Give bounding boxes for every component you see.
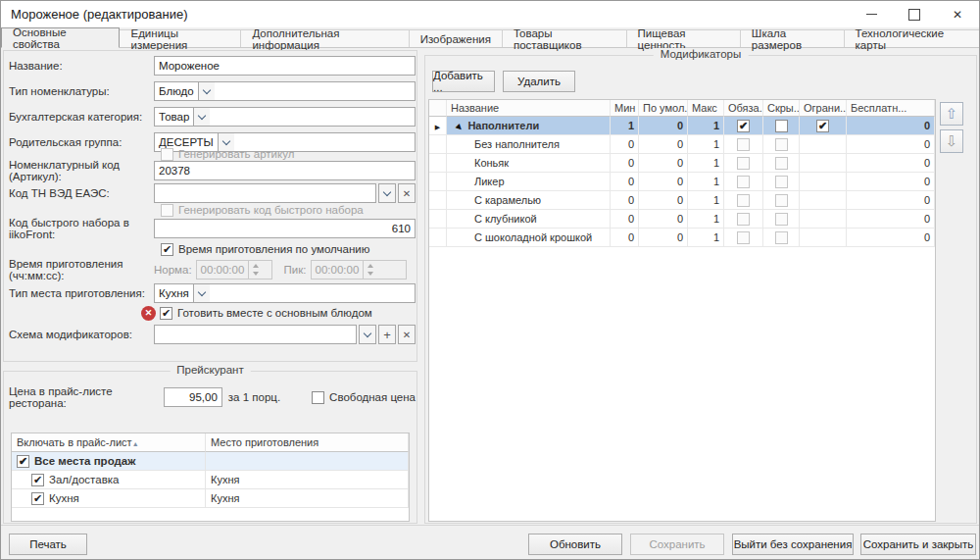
hidden-checkbox[interactable]: [775, 213, 788, 226]
article-code-input[interactable]: 20378: [154, 161, 416, 180]
modifier-row[interactable]: Ликер 0 0 1 0: [429, 173, 935, 191]
hidden-checkbox[interactable]: [775, 138, 788, 151]
cook-with-main-label: Готовить вместе с основным блюдом: [177, 307, 372, 319]
peak-time-input: 00:00:00: [311, 260, 407, 280]
window-title: Мороженое (редактирование): [1, 7, 188, 22]
cook-with-main-checkbox[interactable]: [160, 307, 172, 320]
tab-units[interactable]: Единицы измерения: [119, 29, 241, 47]
move-up-button[interactable]: [940, 102, 963, 126]
error-icon: [141, 306, 156, 321]
column-limited-header[interactable]: Ограни...: [800, 100, 847, 117]
table-row[interactable]: Зал/доставка Кухня: [12, 471, 409, 489]
tnved-dropdown-button[interactable]: [378, 183, 396, 203]
tab-additional-info[interactable]: Дополнительная информация: [240, 29, 409, 47]
accounting-category-select[interactable]: Товар: [154, 107, 416, 127]
generate-quick-code-label: Генерировать код быстрого набора: [178, 204, 364, 216]
required-checkbox[interactable]: [737, 157, 750, 170]
free-price-checkbox[interactable]: [312, 391, 324, 404]
chevron-down-icon[interactable]: [193, 284, 210, 302]
cook-place-type-select[interactable]: Кухня: [154, 283, 416, 303]
pricelist-table: Включать в прайс-лист Место приготовлени…: [11, 433, 410, 522]
row-checkbox[interactable]: [31, 492, 44, 505]
hidden-checkbox[interactable]: [775, 120, 788, 132]
modifier-row[interactable]: С карамелью 0 0 1 0: [429, 191, 935, 210]
expand-icon[interactable]: [457, 120, 462, 131]
tab-supplier-goods[interactable]: Товары поставщиков: [502, 29, 627, 47]
limited-checkbox[interactable]: [816, 120, 829, 132]
tnved-clear-button[interactable]: [398, 183, 416, 203]
tab-main-properties[interactable]: Основные свойства: [1, 27, 120, 48]
required-checkbox[interactable]: [737, 194, 750, 207]
close-button[interactable]: [936, 1, 979, 27]
maximize-button[interactable]: [893, 1, 936, 27]
modifier-group-row[interactable]: Наполнители 1 0 1 0: [429, 117, 935, 135]
column-max-header[interactable]: Макс: [688, 100, 724, 117]
name-input[interactable]: Мороженое: [154, 56, 416, 76]
free-price-label: Свободная цена: [329, 391, 416, 403]
quick-code-input[interactable]: 610: [154, 219, 416, 238]
nomenclature-type-label: Тип номенклатуры:: [9, 85, 154, 97]
modifier-scheme-input[interactable]: [154, 325, 357, 344]
nomenclature-type-select[interactable]: Блюдо: [154, 81, 416, 101]
modifier-row[interactable]: Коньяк 0 0 1 0: [429, 154, 935, 173]
scheme-dropdown-button[interactable]: [359, 325, 376, 344]
tab-nutrition[interactable]: Пищевая ценность: [626, 29, 741, 47]
hidden-checkbox[interactable]: [775, 231, 788, 244]
save-and-close-button[interactable]: Сохранить и закрыть: [860, 534, 976, 555]
modifier-scheme-label: Схема модификаторов:: [9, 329, 154, 340]
chevron-down-icon[interactable]: [198, 82, 215, 100]
exit-without-save-button[interactable]: Выйти без сохранения: [732, 534, 854, 555]
hidden-checkbox[interactable]: [775, 157, 788, 170]
modifier-row[interactable]: Без наполнителя 0 0 1 0: [429, 135, 935, 154]
required-checkbox[interactable]: [737, 120, 750, 132]
column-name-header[interactable]: Название: [447, 100, 611, 117]
scheme-clear-button[interactable]: [398, 325, 416, 344]
tab-size-scale[interactable]: Шкала размеров: [740, 29, 845, 47]
scheme-add-button[interactable]: [378, 325, 396, 344]
table-row[interactable]: Кухня Кухня: [12, 489, 409, 508]
required-checkbox[interactable]: [737, 213, 750, 226]
table-row[interactable]: Все места продаж: [12, 452, 409, 471]
column-required-header[interactable]: Обяза...: [724, 100, 763, 117]
print-button[interactable]: Печать: [9, 534, 87, 555]
accounting-category-label: Бухгалтерская категория:: [9, 111, 154, 123]
refresh-button[interactable]: Обновить: [528, 534, 622, 555]
column-hidden-header[interactable]: Скры...: [763, 100, 800, 117]
chevron-down-icon[interactable]: [193, 108, 210, 126]
price-label: Цена в прайс-листе ресторана:: [9, 385, 164, 409]
generate-quick-code-checkbox: [161, 204, 173, 217]
required-checkbox[interactable]: [737, 231, 750, 244]
modifiers-legend: Модификаторы: [654, 48, 749, 60]
modifier-row[interactable]: С клубникой 0 0 1 0: [429, 210, 935, 229]
cook-place-type-label: Тип места приготовления:: [9, 287, 154, 299]
tnved-code-input[interactable]: [154, 183, 376, 203]
hidden-checkbox[interactable]: [775, 194, 788, 207]
row-checkbox[interactable]: [17, 455, 29, 468]
add-modifier-button[interactable]: Добавить ...: [432, 71, 495, 92]
hidden-checkbox[interactable]: [775, 176, 788, 188]
current-row-icon: [435, 120, 440, 131]
tab-images[interactable]: Изображения: [409, 29, 503, 47]
default-cook-time-checkbox[interactable]: [161, 243, 173, 256]
dialog-window: Мороженое (редактирование) Основные свой…: [0, 0, 980, 560]
move-down-button[interactable]: [940, 129, 963, 153]
column-place-header[interactable]: Место приготовления: [206, 433, 409, 452]
cook-time-label: Время приготовления (чч:мм:сс):: [9, 258, 154, 281]
column-default-header[interactable]: По умол...: [639, 100, 688, 117]
per-portion-label: за 1 порц.: [228, 391, 280, 403]
column-min-header[interactable]: Мин: [611, 100, 639, 117]
price-input[interactable]: 95,00: [164, 387, 222, 407]
row-checkbox[interactable]: [31, 474, 44, 486]
minimize-button[interactable]: [850, 1, 893, 27]
article-code-label: Номенклатурный код (Артикул):: [9, 159, 154, 182]
column-include-header[interactable]: Включать в прайс-лист: [12, 433, 206, 452]
save-button: Сохранить: [630, 534, 724, 555]
modifier-row[interactable]: С шоколадной крошкой 0 0 1 0: [429, 229, 935, 247]
modifiers-table: Название Мин По умол... Макс Обяза... Ск…: [428, 99, 936, 522]
tab-tech-cards[interactable]: Технологические карты: [844, 29, 980, 47]
required-checkbox[interactable]: [737, 138, 750, 151]
tab-bar: Основные свойства Единицы измерения Допо…: [1, 27, 979, 48]
column-free-header[interactable]: Бесплатн...: [847, 100, 935, 117]
delete-modifier-button[interactable]: Удалить: [503, 71, 575, 92]
required-checkbox[interactable]: [737, 176, 750, 188]
